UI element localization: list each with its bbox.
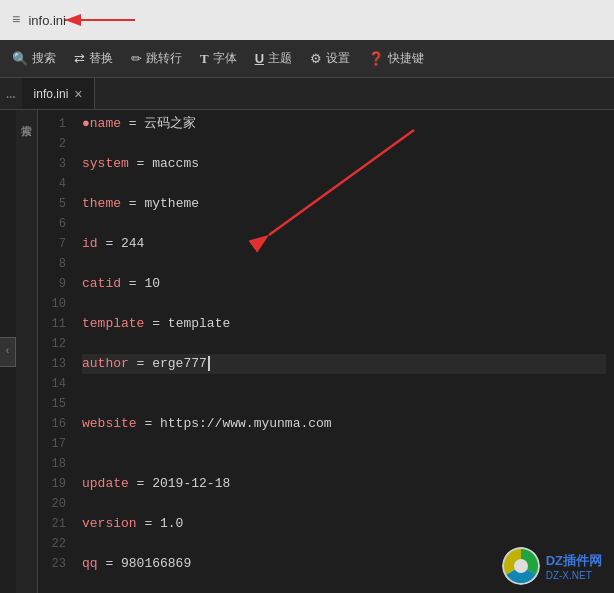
menu-icon: ≡ [12,12,20,28]
code-line-1: ●name = 云码之家 [82,114,606,134]
line-num-7: 7 [38,234,66,254]
code-line-2 [82,134,606,154]
code-line-10 [82,294,606,314]
code-line-9: catid = 10 [82,274,606,294]
key-template: template [82,316,144,331]
code-line-16: website = https://www.myunma.com [82,414,606,434]
code-area[interactable]: 1 2 3 4 5 6 7 8 9 10 11 12 13 14 15 16 1… [38,110,614,593]
watermark-line2: DZ-X.NET [546,570,602,581]
font-icon: T [200,51,209,67]
line-num-13: 13 [38,354,66,374]
search-label: 搜索 [32,50,56,67]
line-numbers: 1 2 3 4 5 6 7 8 9 10 11 12 13 14 15 16 1… [38,110,74,593]
search-icon: 🔍 [12,51,28,66]
code-line-5: theme = mytheme [82,194,606,214]
code-line-11: template = template [82,314,606,334]
line-num-17: 17 [38,434,66,454]
tab-close-button[interactable]: × [74,87,82,101]
code-line-21: version = 1.0 [82,514,606,534]
tab-filename: info.ini [34,87,69,101]
code-line-8 [82,254,606,274]
code-line-19: update = 2019-12-18 [82,474,606,494]
replace-icon: ⇄ [74,51,85,66]
line-num-23: 23 [38,554,66,574]
line-num-15: 15 [38,394,66,414]
key-qq: qq [82,556,98,571]
watermark-line1: DZ插件网 [546,552,602,570]
key-theme: theme [82,196,121,211]
watermark: DZ插件网 DZ-X.NET [502,547,602,585]
line-num-11: 11 [38,314,66,334]
side-panel: 搜索 [16,110,38,593]
code-line-7: id = 244 [82,234,606,254]
key-version: version [82,516,137,531]
code-line-14 [82,374,606,394]
code-line-4 [82,174,606,194]
toolbar: 🔍 搜索 ⇄ 替换 ✏ 跳转行 T 字体 U 主题 ⚙ 设置 ❓ 快捷键 [0,40,614,78]
goto-button[interactable]: ✏ 跳转行 [123,46,190,71]
code-line-20 [82,494,606,514]
svg-point-5 [514,559,528,573]
shortcuts-label: 快捷键 [388,50,424,67]
code-line-6 [82,214,606,234]
collapse-panel-button[interactable]: ‹ [0,337,16,367]
shortcuts-button[interactable]: ❓ 快捷键 [360,46,432,71]
key-id: id [82,236,98,251]
shortcuts-icon: ❓ [368,51,384,66]
settings-icon: ⚙ [310,51,322,66]
settings-button[interactable]: ⚙ 设置 [302,46,358,71]
code-line-17 [82,434,606,454]
key-update: update [82,476,129,491]
line-num-18: 18 [38,454,66,474]
tab-bar: … info.ini × [0,78,614,110]
code-line-18 [82,454,606,474]
line-num-14: 14 [38,374,66,394]
line-num-4: 4 [38,174,66,194]
key-author: author [82,356,129,371]
line-num-10: 10 [38,294,66,314]
line-num-3: 3 [38,154,66,174]
goto-icon: ✏ [131,51,142,66]
key-system: system [82,156,129,171]
line-num-8: 8 [38,254,66,274]
line-num-9: 9 [38,274,66,294]
theme-icon: U [255,51,264,66]
code-content[interactable]: ●name = 云码之家 system = maccms theme = myt… [74,110,614,593]
title-arrow [60,8,140,32]
replace-button[interactable]: ⇄ 替换 [66,46,121,71]
line-num-21: 21 [38,514,66,534]
line-num-16: 16 [38,414,66,434]
line-num-2: 2 [38,134,66,154]
line-num-19: 19 [38,474,66,494]
settings-label: 设置 [326,50,350,67]
font-label: 字体 [213,50,237,67]
goto-label: 跳转行 [146,50,182,67]
font-button[interactable]: T 字体 [192,46,245,71]
title-bar: ≡ info.ini [0,0,614,40]
key-website: website [82,416,137,431]
line-num-5: 5 [38,194,66,214]
watermark-text: DZ插件网 DZ-X.NET [546,552,602,581]
code-line-3: system = maccms [82,154,606,174]
theme-button[interactable]: U 主题 [247,46,300,71]
replace-label: 替换 [89,50,113,67]
code-line-13: author = erge777 [82,354,606,374]
line-num-1: 1 [38,114,66,134]
line-num-12: 12 [38,334,66,354]
tab-overflow[interactable]: … [0,85,22,103]
tab-info-ini[interactable]: info.ini × [22,78,96,109]
line-num-22: 22 [38,534,66,554]
editor: ‹ 搜索 1 2 3 4 5 6 7 8 9 10 11 12 13 14 15… [0,110,614,593]
key-name: ●name [82,116,121,131]
search-button[interactable]: 🔍 搜索 [4,46,64,71]
watermark-logo [502,547,540,585]
key-catid: catid [82,276,121,291]
code-line-12 [82,334,606,354]
line-num-6: 6 [38,214,66,234]
code-line-15 [82,394,606,414]
line-num-20: 20 [38,494,66,514]
theme-label: 主题 [268,50,292,67]
